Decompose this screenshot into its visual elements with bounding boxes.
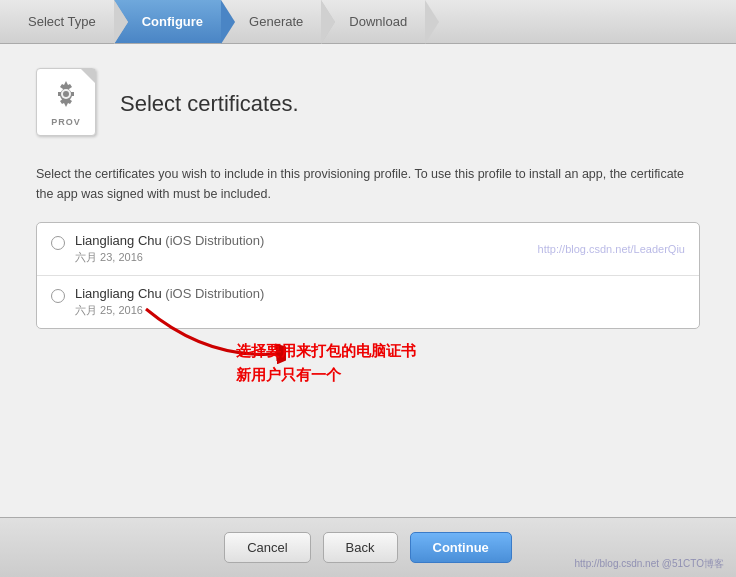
cert-name-1: Liangliang Chu (iOS Distribution): [75, 233, 528, 248]
back-button[interactable]: Back: [323, 532, 398, 563]
cert-radio-2[interactable]: [51, 289, 65, 303]
page-title: Select certificates.: [120, 91, 299, 117]
cert-type-1: (iOS Distribution): [165, 233, 264, 248]
cancel-button[interactable]: Cancel: [224, 532, 310, 563]
page-description: Select the certificates you wish to incl…: [36, 164, 700, 204]
wizard-step-configure[interactable]: Configure: [114, 0, 221, 43]
watermark-inline: http://blog.csdn.net/LeaderQiu: [538, 243, 685, 255]
cert-radio-1[interactable]: [51, 236, 65, 250]
footer: Cancel Back Continue http://blog.csdn.ne…: [0, 517, 736, 577]
wizard-bar: Select Type Configure Generate Download: [0, 0, 736, 44]
wizard-step-generate[interactable]: Generate: [221, 0, 321, 43]
prov-label: PROV: [51, 117, 81, 127]
cert-info-1: Liangliang Chu (iOS Distribution) 六月 23,…: [75, 233, 528, 265]
step-label-configure: Configure: [142, 14, 203, 29]
annotation-area: 选择要用来打包的电脑证书 新用户只有一个: [36, 349, 700, 419]
svg-point-2: [63, 91, 69, 97]
prov-icon: PROV: [36, 68, 100, 140]
main-content: PROV Select certificates. Select the cer…: [0, 44, 736, 517]
step-label-select-type: Select Type: [28, 14, 96, 29]
annotation-text: 选择要用来打包的电脑证书 新用户只有一个: [236, 339, 416, 387]
prov-icon-inner: PROV: [36, 68, 96, 136]
cert-item-1[interactable]: Liangliang Chu (iOS Distribution) 六月 23,…: [37, 223, 699, 276]
gear-icon: [48, 77, 84, 113]
continue-button[interactable]: Continue: [410, 532, 512, 563]
wizard-step-select-type[interactable]: Select Type: [0, 0, 114, 43]
page-header: PROV Select certificates.: [36, 68, 700, 140]
step-label-download: Download: [349, 14, 407, 29]
wizard-step-download[interactable]: Download: [321, 0, 425, 43]
step-label-generate: Generate: [249, 14, 303, 29]
cert-date-1: 六月 23, 2016: [75, 250, 528, 265]
footer-watermark: http://blog.csdn.net @51CTO博客: [575, 557, 724, 571]
